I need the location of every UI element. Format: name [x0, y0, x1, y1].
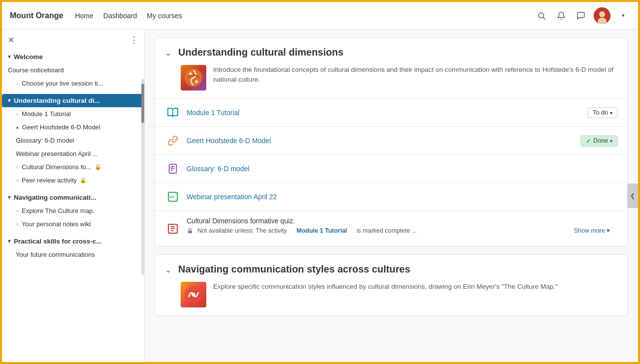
navigating-desc-block: Explore specific communication styles in… [155, 282, 628, 315]
sidebar-section-practical-header[interactable]: ▾ Practical skills for cross-c... [2, 235, 144, 248]
navigating-collapse-chevron[interactable]: ⌄ [165, 265, 171, 274]
webinar-link[interactable]: Webinar presentation April 22 [187, 193, 618, 201]
sidebar-item-geert[interactable]: ● Geert Hoofstede 6-D Model [2, 121, 144, 134]
navigating-chevron: ▾ [8, 194, 11, 201]
module1-tutorial-link[interactable]: Module 1 Tutorial [187, 109, 581, 117]
sidebar-item-glossary[interactable]: Glossary: 6-D model [2, 134, 144, 147]
geert-badge-chevron: ▾ [610, 138, 612, 144]
sidebar-item-module1[interactable]: ○ Module 1 Tutorial [2, 107, 144, 121]
module1-badge[interactable]: To do ▾ [587, 107, 618, 118]
cult-dim-lock-icon: 🔒 [95, 164, 101, 170]
geert-link[interactable]: Geert Hoofstede 6-D Model [187, 137, 575, 145]
sidebar: ✕ ⋮ ▾ Welcome Course noticeboard ○ Choos… [2, 30, 145, 362]
messages-icon[interactable] [574, 9, 588, 23]
sidebar-item-peer-review[interactable]: ○ Peer review activity 🔒 [2, 174, 144, 187]
right-panel-collapse[interactable]: ❮ [627, 183, 638, 208]
svg-point-7 [195, 80, 198, 83]
svg-point-3 [599, 11, 605, 17]
glossary-link[interactable]: Glossary: 6-D model [187, 165, 618, 173]
live-session-indicator: ○ [16, 81, 19, 86]
nav-dashboard[interactable]: Dashboard [103, 12, 137, 20]
svg-rect-19 [188, 230, 192, 233]
understanding-icon [181, 65, 206, 91]
sidebar-item-webinar[interactable]: Webinar presentation April ... [2, 147, 144, 160]
section-card-navigating: ⌄ Navigating communication styles across… [155, 254, 628, 316]
sidebar-section-understanding-header[interactable]: ▾ Understanding cultural di... [2, 94, 144, 107]
noticeboard-label: Course noticeboard [8, 66, 64, 74]
activity-geert: Geert Hoofstede 6-D Model ✓ Done ▾ [155, 126, 628, 154]
sidebar-item-cult-dim[interactable]: ○ Cultural Dimensions fo... 🔒 [2, 160, 144, 174]
cult-quiz-label: Cultural Dimensions formative quiz. [187, 217, 618, 225]
nav-my-courses[interactable]: My courses [147, 12, 182, 20]
understanding-collapse-chevron[interactable]: ⌄ [165, 48, 171, 58]
quiz-icon [165, 221, 181, 237]
geert-indicator: ● [16, 124, 19, 130]
practical-label: Practical skills for cross-c... [14, 238, 102, 245]
cult-quiz-lock-notice: Not available unless: The activity Modul… [187, 225, 618, 240]
svg-point-21 [192, 293, 195, 297]
sidebar-section-navigating-header[interactable]: ▾ Navigating communicati... [2, 191, 144, 204]
navigating-icon [181, 282, 206, 307]
search-icon[interactable] [535, 9, 548, 23]
culture-map-label: Explore The Culture map. [22, 207, 95, 214]
user-menu-chevron[interactable]: ▾ [616, 9, 630, 23]
webinar-label: Webinar presentation April ... [16, 150, 98, 157]
user-avatar[interactable] [594, 7, 610, 24]
personal-notes-label: Your personal notes wiki [22, 220, 91, 228]
link-icon [165, 133, 181, 149]
nav-icons: ▾ [535, 7, 630, 24]
sidebar-section-practical: ▾ Practical skills for cross-c... Your f… [2, 233, 144, 263]
sidebar-more-button[interactable]: ⋮ [129, 34, 138, 45]
nav-links: Home Dashboard My courses [75, 12, 535, 20]
sidebar-item-personal-notes[interactable]: ○ Your personal notes wiki [2, 217, 144, 231]
sidebar-section-understanding: ▾ Understanding cultural di... ○ Module … [2, 92, 144, 189]
notifications-icon[interactable] [554, 9, 568, 23]
navigating-label: Navigating communicati... [14, 194, 96, 201]
geert-label: Geert Hoofstede 6-D Model [22, 123, 100, 131]
understanding-title: Understanding cultural dimensions [178, 47, 344, 58]
show-more-chevron: ▾ [607, 227, 610, 234]
activity-module1-tutorial: Module 1 Tutorial To do ▾ [155, 98, 628, 126]
book-icon [165, 105, 181, 121]
geert-badge[interactable]: ✓ Done ▾ [580, 135, 618, 147]
geert-badge-checkmark: ✓ [586, 137, 591, 145]
cult-quiz-block: Cultural Dimensions formative quiz. Not … [187, 217, 618, 240]
sidebar-item-culture-map[interactable]: ○ Explore The Culture map. [2, 204, 144, 217]
sidebar-item-future-comm[interactable]: Your future communications [2, 248, 144, 261]
understanding-title-block: Understanding cultural dimensions [178, 47, 344, 58]
module1-label: Module 1 Tutorial [22, 110, 71, 118]
glossary-icon: AZ [165, 161, 181, 177]
welcome-chevron: ▾ [8, 54, 11, 60]
show-more-button[interactable]: Show more ▾ [574, 227, 610, 234]
module1-badge-label: To do [593, 109, 608, 116]
glossary-label: Glossary: 6-D model [16, 137, 74, 144]
brand-logo[interactable]: Mount Orange [10, 11, 63, 20]
peer-review-label: Peer review activity [22, 177, 77, 184]
geert-badge-label: Done [593, 137, 608, 144]
svg-point-6 [189, 72, 192, 75]
module1-indicator: ○ [16, 111, 19, 117]
activity-webinar: PPT Webinar presentation April 22 [155, 182, 628, 211]
nav-home[interactable]: Home [75, 12, 93, 20]
understanding-label: Understanding cultural di... [14, 97, 100, 104]
section-navigating-header: ⌄ Navigating communication styles across… [155, 255, 628, 282]
top-navigation: Mount Orange Home Dashboard My courses [2, 2, 638, 30]
sidebar-section-welcome-header[interactable]: ▾ Welcome [2, 50, 144, 63]
section-understanding-header: ⌄ Understanding cultural dimensions [155, 38, 628, 65]
sidebar-item-noticeboard[interactable]: Course noticeboard [2, 63, 144, 77]
ppt-icon: PPT [165, 189, 181, 205]
understanding-description: Introduce the foundational concepts of c… [213, 65, 618, 85]
activity-glossary: AZ Glossary: 6-D model [155, 154, 628, 182]
sidebar-item-live-session[interactable]: ○ Choose your live session ti... [2, 77, 144, 90]
section-card-understanding: ⌄ Understanding cultural dimensions [155, 37, 628, 246]
sidebar-scrollthumb[interactable] [141, 84, 144, 123]
show-more-label: Show more [574, 227, 605, 234]
understanding-desc-block: Introduce the foundational concepts of c… [155, 65, 628, 98]
lock-module-link[interactable]: Module 1 Tutorial [296, 227, 347, 234]
svg-text:AZ: AZ [170, 167, 173, 169]
content-area: ⌄ Understanding cultural dimensions [145, 30, 638, 362]
peer-review-lock-icon: 🔒 [80, 177, 87, 183]
svg-line-1 [543, 17, 545, 19]
lock-icon-small [187, 227, 193, 234]
sidebar-close-button[interactable]: ✕ [8, 35, 14, 45]
